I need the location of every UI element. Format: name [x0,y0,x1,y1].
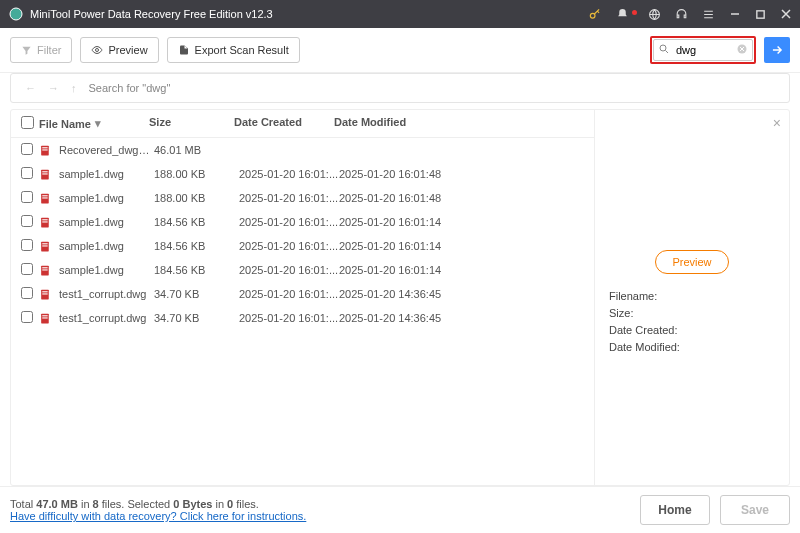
file-icon [39,192,55,205]
svg-rect-27 [42,293,47,294]
table-row[interactable]: sample1.dwg184.56 KB2025-01-20 16:01:...… [11,258,594,282]
search-go-button[interactable] [764,37,790,63]
detail-filename: Filename: [609,290,775,302]
col-size[interactable]: Size [149,116,234,131]
table-row[interactable]: test1_corrupt.dwg34.70 KB2025-01-20 16:0… [11,306,594,330]
svg-rect-23 [42,267,47,268]
export-button[interactable]: Export Scan Result [167,37,300,63]
app-logo-icon [8,6,24,22]
table-header: File Name▾ Size Date Created Date Modifi… [11,110,594,138]
file-name: sample1.dwg [59,264,154,276]
file-icon [39,288,55,301]
svg-point-0 [10,8,22,20]
search-icon [658,41,670,59]
file-icon [39,168,55,181]
file-table: File Name▾ Size Date Created Date Modifi… [11,110,594,485]
file-date-modified: 2025-01-20 16:01:48 [339,168,584,180]
nav-up-icon[interactable]: ↑ [71,82,77,94]
panel-close-icon[interactable]: × [773,115,781,131]
chevron-down-icon: ▾ [95,117,101,130]
bell-icon[interactable] [616,8,634,21]
table-row[interactable]: sample1.dwg188.00 KB2025-01-20 16:01:...… [11,186,594,210]
row-checkbox[interactable] [21,143,33,155]
file-icon [39,144,55,157]
status-info: Total 47.0 MB in 8 files. Selected 0 Byt… [10,498,306,522]
select-all-checkbox[interactable] [21,116,34,129]
minimize-icon[interactable] [729,8,741,20]
file-size: 34.70 KB [154,288,239,300]
file-name: Recovered_dwg_f... [59,144,154,156]
svg-rect-11 [42,171,47,172]
breadcrumb: ← → ↑ Search for "dwg" [10,73,790,103]
file-date-modified: 2025-01-20 16:01:14 [339,264,584,276]
svg-rect-8 [42,147,47,148]
svg-rect-30 [42,317,47,318]
file-icon [39,240,55,253]
file-size: 46.01 MB [154,144,239,156]
file-name: test1_corrupt.dwg [59,312,154,324]
globe-icon[interactable] [648,8,661,21]
svg-point-4 [96,49,99,52]
help-link[interactable]: Have difficulty with data recovery? Clic… [10,510,306,522]
table-row[interactable]: sample1.dwg184.56 KB2025-01-20 16:01:...… [11,210,594,234]
row-checkbox[interactable] [21,263,33,275]
filter-button[interactable]: Filter [10,37,72,63]
svg-rect-29 [42,315,47,316]
svg-rect-21 [42,245,47,246]
row-checkbox[interactable] [21,311,33,323]
file-date-created: 2025-01-20 16:01:... [239,288,339,300]
svg-rect-18 [42,221,47,222]
preview-button[interactable]: Preview [80,37,158,63]
row-checkbox[interactable] [21,215,33,227]
file-icon [39,216,55,229]
home-button[interactable]: Home [640,495,710,525]
close-icon[interactable] [780,8,792,20]
search-box [650,36,756,64]
file-date-created: 2025-01-20 16:01:... [239,192,339,204]
table-row[interactable]: sample1.dwg188.00 KB2025-01-20 16:01:...… [11,162,594,186]
file-date-modified: 2025-01-20 14:36:45 [339,312,584,324]
svg-rect-9 [42,149,47,150]
breadcrumb-path: Search for "dwg" [89,82,171,94]
side-preview-button[interactable]: Preview [655,250,728,274]
file-name: test1_corrupt.dwg [59,288,154,300]
clear-search-icon[interactable] [736,41,748,59]
col-date-created[interactable]: Date Created [234,116,334,131]
table-row[interactable]: sample1.dwg184.56 KB2025-01-20 16:01:...… [11,234,594,258]
row-checkbox[interactable] [21,191,33,203]
key-icon[interactable] [588,7,602,21]
row-checkbox[interactable] [21,287,33,299]
row-checkbox[interactable] [21,239,33,251]
headset-icon[interactable] [675,8,688,21]
col-date-modified[interactable]: Date Modified [334,116,584,131]
menu-icon[interactable] [702,8,715,21]
titlebar: MiniTool Power Data Recovery Free Editio… [0,0,800,28]
svg-rect-24 [42,269,47,270]
svg-point-5 [660,45,666,51]
file-date-created: 2025-01-20 16:01:... [239,240,339,252]
nav-forward-icon[interactable]: → [48,82,59,94]
file-date-modified: 2025-01-20 14:36:45 [339,288,584,300]
col-name[interactable]: File Name▾ [39,116,149,131]
file-date-modified: 2025-01-20 16:01:48 [339,192,584,204]
svg-rect-15 [42,197,47,198]
row-checkbox[interactable] [21,167,33,179]
side-panel: × Preview Filename: Size: Date Created: … [594,110,789,485]
svg-rect-3 [757,10,764,17]
file-size: 184.56 KB [154,264,239,276]
file-date-modified: 2025-01-20 16:01:14 [339,240,584,252]
nav-back-icon[interactable]: ← [25,82,36,94]
table-row[interactable]: Recovered_dwg_f...46.01 MB [11,138,594,162]
table-row[interactable]: test1_corrupt.dwg34.70 KB2025-01-20 16:0… [11,282,594,306]
svg-rect-26 [42,291,47,292]
detail-date-created: Date Created: [609,324,775,336]
file-name: sample1.dwg [59,216,154,228]
file-size: 34.70 KB [154,312,239,324]
file-size: 188.00 KB [154,168,239,180]
maximize-icon[interactable] [755,9,766,20]
file-date-created: 2025-01-20 16:01:... [239,216,339,228]
svg-rect-14 [42,195,47,196]
file-size: 188.00 KB [154,192,239,204]
save-button[interactable]: Save [720,495,790,525]
window-title: MiniTool Power Data Recovery Free Editio… [30,8,588,20]
